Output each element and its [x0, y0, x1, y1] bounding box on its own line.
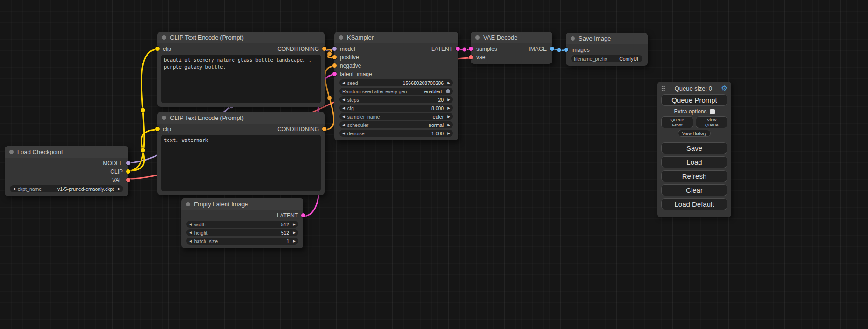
node-ksampler[interactable]: KSampler model LATENT positive negative …: [334, 32, 458, 140]
increment-arrow-icon[interactable]: ▶: [293, 231, 296, 235]
widget-sampler-name[interactable]: ◀ sampler_name euler ▶: [339, 113, 453, 120]
decrement-arrow-icon[interactable]: ◀: [189, 239, 192, 243]
node-save-image[interactable]: Save Image images filename_prefix ComfyU…: [566, 33, 648, 66]
slot-label: clip: [163, 126, 171, 133]
widget-random-seed-toggle[interactable]: Random seed after every gen enabled: [339, 88, 453, 95]
slot-label: CLIP: [110, 168, 123, 175]
input-dot-model[interactable]: [332, 47, 337, 51]
widget-denoise[interactable]: ◀ denoise 1.000 ▶: [339, 130, 453, 137]
settings-gear-icon[interactable]: ⚙: [721, 85, 727, 92]
increment-arrow-icon[interactable]: ▶: [118, 187, 120, 191]
node-title-bar[interactable]: CLIP Text Encode (Prompt): [157, 32, 325, 43]
widget-value: 156680208700286: [403, 80, 444, 86]
refresh-button[interactable]: Refresh: [661, 170, 727, 182]
increment-arrow-icon[interactable]: ▶: [447, 132, 450, 135]
decrement-arrow-icon[interactable]: ◀: [342, 106, 345, 110]
widget-seed[interactable]: ◀ seed 156680208700286 ▶: [339, 79, 453, 86]
queue-size-label: Queue size: 0: [675, 85, 712, 92]
output-dot-conditioning[interactable]: [322, 127, 326, 131]
decrement-arrow-icon[interactable]: ◀: [342, 98, 345, 102]
output-dot-latent[interactable]: [456, 47, 460, 51]
node-title-bar[interactable]: Empty Latent Image: [181, 198, 303, 210]
input-dot-positive[interactable]: [332, 55, 337, 59]
widget-width[interactable]: ◀ width 512 ▶: [186, 221, 298, 228]
output-dot-latent[interactable]: [301, 213, 305, 217]
widget-value: 512: [281, 230, 289, 236]
widget-height[interactable]: ◀ height 512 ▶: [186, 229, 298, 236]
node-title-bar[interactable]: CLIP Text Encode (Prompt): [157, 112, 325, 124]
increment-arrow-icon[interactable]: ▶: [447, 81, 450, 85]
increment-arrow-icon[interactable]: ▶: [447, 106, 450, 110]
input-dot-clip[interactable]: [155, 47, 160, 51]
output-dot-vae[interactable]: [126, 178, 130, 182]
link-midpoint-dot: [462, 47, 467, 52]
input-dot-vae[interactable]: [469, 55, 473, 59]
output-dot-image[interactable]: [550, 47, 554, 51]
save-button[interactable]: Save: [661, 142, 727, 154]
input-dot-latent-image[interactable]: [332, 72, 337, 76]
node-title: CLIP Text Encode (Prompt): [170, 34, 244, 41]
view-history-button[interactable]: View History: [678, 130, 711, 137]
clear-button[interactable]: Clear: [661, 184, 727, 196]
widget-value: 20: [438, 97, 444, 103]
node-clip-text-encode-negative[interactable]: CLIP Text Encode (Prompt) clip CONDITION…: [157, 112, 325, 195]
queue-front-button[interactable]: Queue Front: [661, 116, 693, 128]
node-title-bar[interactable]: KSampler: [334, 32, 458, 43]
view-queue-button[interactable]: View Queue: [696, 116, 727, 128]
widget-cfg[interactable]: ◀ cfg 8.000 ▶: [339, 105, 453, 112]
output-dot-conditioning[interactable]: [322, 47, 326, 51]
queue-prompt-button[interactable]: Queue Prompt: [661, 94, 727, 106]
widget-ckpt-name[interactable]: ◀ ckpt_name v1-5-pruned-emaonly.ckpt ▶: [10, 185, 123, 192]
load-button[interactable]: Load: [661, 156, 727, 168]
input-dot-negative[interactable]: [332, 63, 337, 68]
input-dot-images[interactable]: [564, 48, 568, 52]
output-slot-latent: LATENT: [181, 211, 303, 220]
node-clip-text-encode-positive[interactable]: CLIP Text Encode (Prompt) clip CONDITION…: [157, 32, 325, 107]
increment-arrow-icon[interactable]: ▶: [447, 98, 450, 102]
link-midpoint-dot: [327, 96, 332, 100]
widget-label: ckpt_name: [18, 186, 42, 192]
node-title-bar[interactable]: Save Image: [566, 33, 648, 44]
widget-batch-size[interactable]: ◀ batch_size 1 ▶: [186, 238, 298, 245]
collapse-dot-icon: [339, 35, 343, 40]
node-title-bar[interactable]: Load Checkpoint: [5, 146, 128, 158]
increment-arrow-icon[interactable]: ▶: [293, 239, 296, 243]
input-dot-samples[interactable]: [469, 47, 473, 51]
widget-label: height: [194, 230, 208, 236]
increment-arrow-icon[interactable]: ▶: [447, 123, 450, 127]
output-slot-clip: CLIP: [5, 168, 128, 176]
input-dot-clip[interactable]: [155, 127, 160, 131]
slot-label: VAE: [112, 177, 123, 183]
load-default-button[interactable]: Load Default: [661, 198, 727, 210]
decrement-arrow-icon[interactable]: ◀: [342, 132, 345, 135]
decrement-arrow-icon[interactable]: ◀: [189, 223, 192, 226]
slot-label: samples: [476, 46, 497, 52]
node-title-bar[interactable]: VAE Decode: [471, 32, 552, 43]
node-vae-decode[interactable]: VAE Decode samples IMAGE vae: [471, 32, 552, 64]
slot-row: clip CONDITIONING: [157, 45, 325, 53]
decrement-arrow-icon[interactable]: ◀: [189, 231, 192, 235]
output-dot-clip[interactable]: [126, 169, 130, 174]
link-midpoint-dot: [557, 48, 562, 52]
widget-steps[interactable]: ◀ steps 20 ▶: [339, 96, 453, 103]
widget-label: Random seed after every gen: [342, 89, 407, 94]
drag-handle-icon[interactable]: [661, 85, 665, 91]
queue-panel[interactable]: Queue size: 0 ⚙ Queue Prompt Extra optio…: [657, 82, 731, 217]
widget-scheduler[interactable]: ◀ scheduler normal ▶: [339, 121, 453, 128]
increment-arrow-icon[interactable]: ▶: [447, 115, 450, 119]
node-empty-latent-image[interactable]: Empty Latent Image LATENT ◀ width 512 ▶ …: [181, 198, 303, 248]
prompt-textarea[interactable]: beautiful scenery nature glass bottle la…: [161, 55, 321, 103]
extra-options-checkbox[interactable]: [710, 109, 715, 114]
input-slot-images: images: [566, 46, 648, 54]
slot-row: samples IMAGE: [471, 45, 552, 53]
widget-filename-prefix[interactable]: filename_prefix ComfyUI: [571, 55, 642, 62]
decrement-arrow-icon[interactable]: ◀: [13, 187, 15, 191]
node-load-checkpoint[interactable]: Load Checkpoint MODEL CLIP VAE ◀ ckpt_na…: [5, 146, 128, 196]
graph-canvas[interactable]: { "ui_colors": { "gear": "#4fa3e3", "can…: [0, 0, 868, 329]
decrement-arrow-icon[interactable]: ◀: [342, 115, 345, 119]
prompt-textarea[interactable]: text, watermark: [161, 135, 321, 191]
output-dot-model[interactable]: [126, 161, 130, 165]
decrement-arrow-icon[interactable]: ◀: [342, 81, 345, 85]
decrement-arrow-icon[interactable]: ◀: [342, 123, 345, 127]
increment-arrow-icon[interactable]: ▶: [293, 223, 296, 226]
